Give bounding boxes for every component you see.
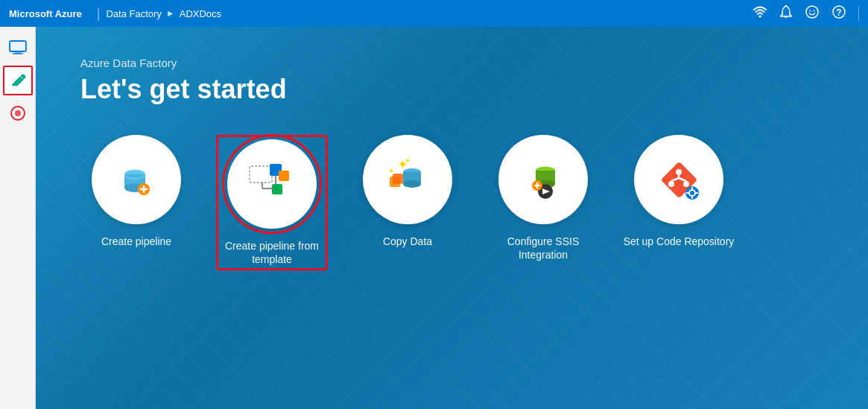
svg-text:?: ?: [836, 7, 841, 18]
main-layout: Azure Data Factory Let's get started: [0, 27, 868, 409]
sidebar-item-author[interactable]: [3, 66, 33, 95]
card-copy-data[interactable]: ✦ ✦ ✦ Copy Data: [352, 135, 463, 248]
card-setup-repo[interactable]: Set up Code Repository: [623, 135, 735, 248]
card-template-circle: [227, 139, 317, 229]
sidebar: [0, 27, 36, 409]
card-create-pipeline-circle: [92, 135, 181, 224]
card-ssis[interactable]: Configure SSIS Integration: [487, 135, 599, 261]
card-ssis-label: Configure SSIS Integration: [487, 235, 599, 261]
svg-text:✦: ✦: [405, 156, 411, 165]
svg-point-2: [806, 6, 818, 18]
topbar-right-divider: [858, 6, 859, 21]
svg-point-46: [683, 181, 689, 187]
brand-label: Microsoft Azure: [9, 8, 91, 19]
svg-point-44: [676, 169, 682, 175]
card-ssis-circle: [498, 135, 588, 224]
breadcrumb: Data Factory ► ADXDocs: [106, 8, 221, 19]
card-repo-label: Set up Code Repository: [624, 235, 735, 248]
svg-rect-7: [10, 41, 26, 51]
svg-point-45: [668, 181, 674, 187]
svg-rect-22: [279, 171, 289, 181]
svg-rect-20: [250, 166, 272, 183]
topbar: Microsoft Azure | Data Factory ► ADXDocs: [0, 0, 868, 27]
sidebar-item-monitor[interactable]: [3, 33, 33, 63]
question-icon[interactable]: ?: [831, 4, 846, 23]
wifi-icon[interactable]: [753, 4, 767, 23]
svg-rect-23: [272, 184, 282, 194]
page-title: Let's get started: [80, 74, 823, 105]
cards-row: Create pipeline: [80, 135, 823, 270]
svg-point-4: [814, 10, 815, 11]
svg-rect-31: [393, 174, 403, 184]
bell-icon[interactable]: [779, 4, 793, 23]
card-create-pipeline-label: Create pipeline: [101, 235, 171, 248]
svg-point-12: [15, 110, 21, 116]
smiley-icon[interactable]: [805, 4, 820, 23]
main-content: Azure Data Factory Let's get started: [36, 27, 868, 409]
svg-point-0: [759, 15, 761, 17]
topbar-actions: ?: [753, 4, 859, 23]
sidebar-item-settings[interactable]: [3, 98, 33, 128]
card-copy-label: Copy Data: [383, 235, 432, 248]
breadcrumb-data-factory[interactable]: Data Factory: [106, 8, 161, 19]
card-create-pipeline-template[interactable]: Create pipeline from template: [216, 135, 328, 270]
topbar-divider-1: |: [97, 6, 101, 22]
svg-point-29: [403, 180, 421, 188]
card-template-wrapper: Create pipeline from template: [216, 135, 328, 270]
breadcrumb-adxdocs[interactable]: ADXDocs: [180, 8, 221, 19]
breadcrumb-arrow: ►: [166, 8, 175, 19]
page-subtitle: Azure Data Factory: [80, 57, 823, 69]
card-create-pipeline[interactable]: Create pipeline: [80, 135, 192, 248]
svg-point-1: [785, 4, 787, 6]
card-template-label: Create pipeline from template: [221, 239, 323, 266]
svg-text:✦: ✦: [388, 167, 394, 175]
card-repo-circle: [634, 135, 723, 224]
card-copy-circle: ✦ ✦ ✦: [363, 135, 452, 224]
svg-point-3: [810, 10, 811, 11]
